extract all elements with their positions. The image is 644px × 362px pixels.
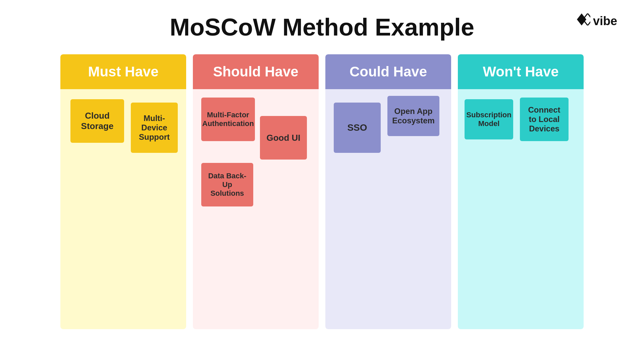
moscow-board: Must Have Cloud Storage Multi-Device Sup…: [60, 54, 584, 329]
column-could-have: Could Have SSO Open App Ecosystem: [325, 54, 451, 329]
could-have-header: Could Have: [325, 54, 451, 89]
could-have-body: SSO Open App Ecosystem: [325, 89, 451, 329]
card-good-ui: Good UI: [260, 116, 307, 160]
must-have-body: Cloud Storage Multi-Device Support: [60, 89, 186, 329]
logo: vibe: [577, 13, 617, 28]
logo-text: vibe: [593, 14, 617, 28]
card-sso: SSO: [334, 103, 381, 153]
must-have-header: Must Have: [60, 54, 186, 89]
wont-have-header: Won't Have: [458, 54, 584, 89]
logo-icon: [577, 13, 590, 28]
column-should-have: Should Have Multi-Factor Authentication …: [193, 54, 319, 329]
card-cloud-storage: Cloud Storage: [70, 99, 124, 143]
svg-marker-0: [577, 13, 586, 25]
card-open-app: Open App Ecosystem: [387, 96, 439, 136]
card-subscription: Subscription Model: [465, 99, 513, 139]
wont-have-body: Subscription Model Connect to Local Devi…: [458, 89, 584, 329]
card-mfa: Multi-Factor Authentication: [201, 98, 255, 141]
column-must-have: Must Have Cloud Storage Multi-Device Sup…: [60, 54, 186, 329]
should-have-body: Multi-Factor Authentication Good UI Data…: [193, 89, 319, 329]
card-connect-local: Connect to Local Devices: [520, 98, 569, 141]
card-multi-device: Multi-Device Support: [131, 103, 178, 153]
page-title: MoSCoW Method Example: [170, 13, 474, 41]
card-data-backup: Data Back-Up Solutions: [201, 163, 253, 206]
should-have-header: Should Have: [193, 54, 319, 89]
column-wont-have: Won't Have Subscription Model Connect to…: [458, 54, 584, 329]
